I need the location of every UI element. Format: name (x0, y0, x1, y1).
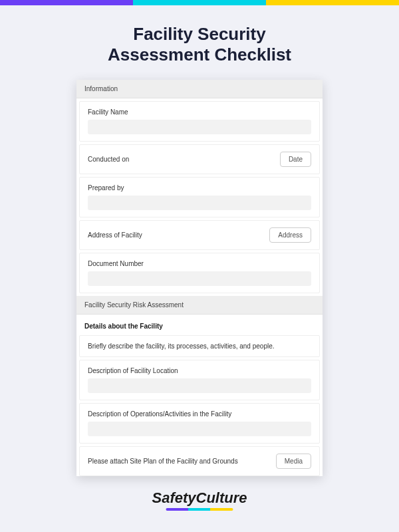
describe-facility-label: Briefly describe the facility, its proce… (88, 342, 275, 350)
accent-yellow (266, 0, 399, 5)
field-facility-name: Facility Name (79, 101, 320, 142)
facility-name-input[interactable] (88, 120, 311, 134)
section-header-risk-assessment: Facility Security Risk Assessment (76, 296, 323, 315)
prepared-by-label: Prepared by (88, 184, 311, 192)
field-site-plan: Please attach Site Plan of the Facility … (79, 446, 320, 476)
conducted-on-label: Conducted on (88, 156, 129, 163)
address-button[interactable]: Address (269, 227, 311, 243)
field-conducted-on: Conducted on Date (79, 144, 320, 174)
prepared-by-input[interactable] (88, 196, 311, 210)
facility-name-label: Facility Name (88, 108, 311, 116)
footer-logo: SafetyCulture (152, 489, 247, 511)
media-button[interactable]: Media (276, 454, 311, 469)
field-operations: Description of Operations/Activities in … (79, 403, 320, 444)
brand-name: SafetyCulture (152, 489, 247, 506)
page-title: Facility Security Assessment Checklist (0, 24, 399, 65)
field-address: Address of Facility Address (79, 220, 320, 250)
title-line2: Assessment Checklist (108, 45, 291, 65)
field-prepared-by: Prepared by (79, 177, 320, 217)
brand-underline (166, 508, 233, 511)
document-number-input[interactable] (88, 271, 311, 286)
address-label: Address of Facility (88, 231, 142, 239)
operations-label: Description of Operations/Activities in … (88, 410, 311, 418)
accent-purple (0, 0, 133, 5)
facility-location-label: Description of Facility Location (88, 367, 311, 374)
accent-cyan (133, 0, 266, 5)
site-plan-label: Please attach Site Plan of the Facility … (88, 458, 238, 465)
operations-input[interactable] (88, 422, 311, 436)
facility-location-input[interactable] (88, 378, 311, 393)
title-line1: Facility Security (133, 24, 265, 44)
section-header-information: Information (76, 80, 323, 98)
field-describe-facility: Briefly describe the facility, its proce… (79, 335, 320, 357)
form-card: Information Facility Name Conducted on D… (76, 80, 323, 476)
field-facility-location: Description of Facility Location (79, 360, 320, 400)
document-number-label: Document Number (88, 260, 311, 267)
subsection-details-facility: Details about the Facility (76, 315, 323, 335)
field-document-number: Document Number (79, 253, 320, 293)
date-button[interactable]: Date (280, 152, 311, 167)
top-accent-bar (0, 0, 399, 5)
